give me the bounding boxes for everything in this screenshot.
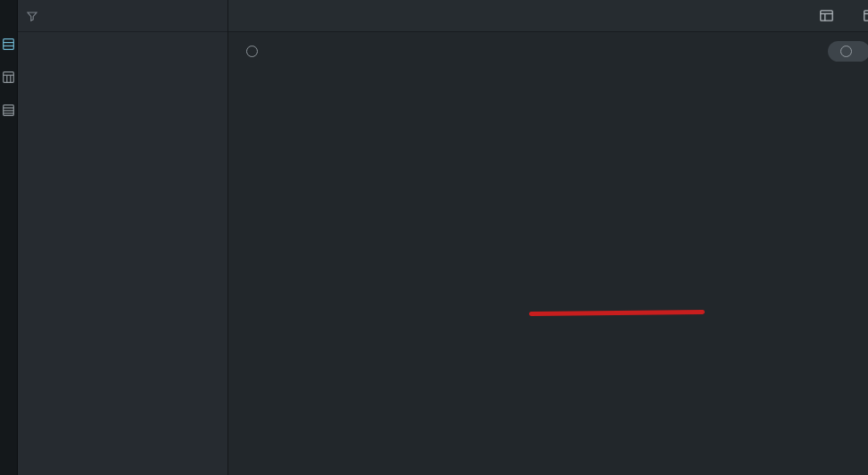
sysconfig-app [0,0,868,475]
add-button[interactable] [828,41,868,62]
generated-files-icon[interactable] [820,10,833,21]
filter-bar [18,0,227,32]
content [228,32,868,475]
activity-bar [0,0,18,475]
toolbar-actions [805,10,868,21]
more-panel-icon[interactable] [864,10,868,21]
memory-panel-icon[interactable] [3,104,15,116]
main-panel [228,0,868,475]
sidebar [18,0,228,475]
help-icon[interactable] [246,46,258,57]
top-fields [240,64,868,68]
filter-input[interactable] [45,9,194,23]
modules-panel-icon[interactable] [3,38,15,50]
module-header [240,38,868,64]
registers-panel-icon[interactable] [3,71,15,83]
main-toolbar [228,0,868,32]
add-plus-icon [840,46,852,57]
module-tree [18,32,227,475]
filter-funnel-icon [27,11,37,21]
